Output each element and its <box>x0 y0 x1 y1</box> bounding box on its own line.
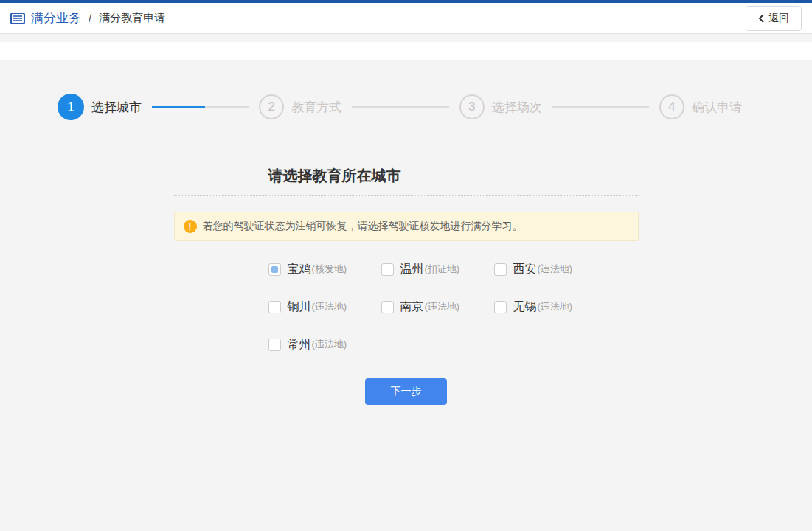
city-name: 西安 <box>513 262 537 277</box>
checkbox-wenzhou[interactable] <box>381 263 394 276</box>
city-tag: (扣证地) <box>425 263 460 276</box>
breadcrumb: 满分业务 / 满分教育申请 <box>10 10 165 27</box>
city-name: 宝鸡 <box>288 262 311 277</box>
notice-text: 若您的驾驶证状态为注销可恢复，请选择驾驶证核发地进行满分学习。 <box>203 220 523 233</box>
checkbox-fill <box>271 304 278 310</box>
step-3-label: 选择场次 <box>492 99 542 116</box>
list-form-icon <box>10 13 25 24</box>
step-3-number: 3 <box>459 94 485 119</box>
step-connector-1 <box>152 106 249 108</box>
city-options-grid: 宝鸡 (核发地) 温州 (扣证地) 西安 (违法地) 铜川 (违法地) <box>268 258 615 355</box>
content-column: 请选择教育所在城市 ! 若您的驾驶证状态为注销可恢复，请选择驾驶证核发地进行满分… <box>174 166 639 405</box>
city-name: 温州 <box>400 262 424 277</box>
back-button-label: 返回 <box>768 12 789 25</box>
notice-banner: ! 若您的驾驶证状态为注销可恢复，请选择驾驶证核发地进行满分学习。 <box>174 212 639 241</box>
checkbox-fill <box>497 266 504 273</box>
checkbox-wuxi[interactable] <box>494 301 507 313</box>
step-1-label: 选择城市 <box>91 99 142 116</box>
step-2-label: 教育方式 <box>291 99 341 116</box>
city-option-changzhou[interactable]: 常州 (违法地) <box>268 333 381 355</box>
checkbox-fill <box>384 304 391 310</box>
step-2-number: 2 <box>259 94 284 119</box>
step-1-select-city: 1 选择城市 <box>58 94 142 120</box>
back-button[interactable]: 返回 <box>746 6 802 31</box>
white-strip <box>0 42 812 60</box>
city-tag: (违法地) <box>312 338 347 351</box>
checkbox-nanjing[interactable] <box>381 301 394 313</box>
city-name: 铜川 <box>288 299 311 315</box>
step-4-number: 4 <box>659 94 684 119</box>
city-option-wenzhou[interactable]: 温州 (扣证地) <box>381 258 494 280</box>
step-3-select-session: 3 选择场次 <box>459 94 542 119</box>
city-option-wuxi[interactable]: 无锡 (违法地) <box>494 296 607 318</box>
step-4-confirm-application: 4 确认申请 <box>659 94 742 119</box>
checkbox-fill <box>271 341 278 348</box>
breadcrumb-separator: / <box>89 12 91 24</box>
button-row: 下一步 <box>174 378 639 405</box>
city-tag: (违法地) <box>538 300 573 313</box>
checkbox-xian[interactable] <box>494 263 507 276</box>
header: 满分业务 / 满分教育申请 返回 <box>0 3 812 34</box>
city-name: 南京 <box>400 299 424 315</box>
city-option-baoji[interactable]: 宝鸡 (核发地) <box>268 258 381 280</box>
step-1-number: 1 <box>58 94 84 120</box>
stepper: 1 选择城市 2 教育方式 3 选择场次 4 确认申请 <box>0 60 812 120</box>
step-2-education-method: 2 教育方式 <box>259 94 341 119</box>
city-tag: (违法地) <box>312 300 347 313</box>
city-tag: (核发地) <box>312 263 347 276</box>
breadcrumb-brand: 满分业务 <box>31 10 81 27</box>
step-connector-2 <box>352 106 448 108</box>
checkbox-fill <box>497 304 504 310</box>
page-title: 请选择教育所在城市 <box>268 166 639 186</box>
checkbox-baoji[interactable] <box>268 263 281 276</box>
city-name: 无锡 <box>513 299 537 315</box>
city-tag: (违法地) <box>425 300 460 313</box>
dashed-divider <box>174 195 639 196</box>
checkbox-tongchuan[interactable] <box>268 301 281 313</box>
city-option-nanjing[interactable]: 南京 (违法地) <box>381 296 494 318</box>
city-tag: (违法地) <box>538 263 573 276</box>
breadcrumb-page-title: 满分教育申请 <box>99 11 165 25</box>
main-panel: 1 选择城市 2 教育方式 3 选择场次 4 确认申请 请选择教育所在城市 <box>0 60 812 531</box>
city-option-tongchuan[interactable]: 铜川 (违法地) <box>268 296 381 318</box>
step-connector-3 <box>552 106 649 108</box>
checkbox-fill <box>384 266 391 273</box>
city-option-xian[interactable]: 西安 (违法地) <box>494 258 607 280</box>
step-4-label: 确认申请 <box>692 99 742 116</box>
header-gap <box>0 34 812 42</box>
checkbox-fill <box>271 266 278 273</box>
chevron-left-icon <box>758 14 764 23</box>
page: 满分业务 / 满分教育申请 返回 1 选择城市 2 教育方式 <box>0 0 812 531</box>
next-step-button[interactable]: 下一步 <box>365 378 447 405</box>
warning-icon: ! <box>184 220 197 233</box>
checkbox-changzhou[interactable] <box>268 339 281 351</box>
city-name: 常州 <box>288 337 311 353</box>
